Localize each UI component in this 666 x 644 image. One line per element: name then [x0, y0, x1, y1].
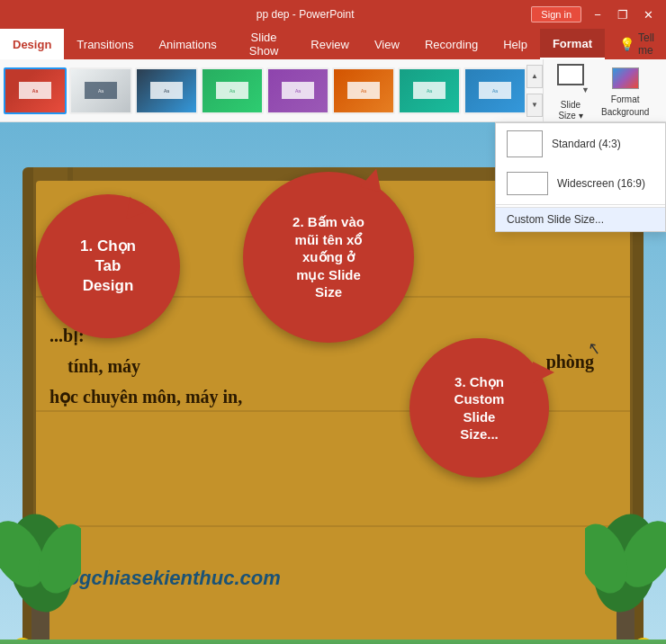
- tell-me-label: Tell me: [638, 31, 659, 57]
- standard-label: Standard (4:3): [552, 138, 621, 150]
- ribbon: Aa Aa Aa Aa Aa: [0, 59, 666, 122]
- theme-thumb-8[interactable]: Aa: [464, 67, 526, 114]
- theme-thumb-4[interactable]: Aa: [201, 67, 264, 114]
- slide-size-label1: Slide: [558, 100, 582, 111]
- ground-grass: [0, 640, 666, 644]
- lightbulb-icon: 💡: [619, 37, 634, 51]
- tab-animations[interactable]: Animations: [146, 29, 229, 59]
- tab-help[interactable]: Help: [490, 29, 540, 59]
- widescreen-label: Widescreen (16:9): [557, 177, 645, 190]
- sign-in-button[interactable]: Sign in: [531, 6, 581, 22]
- slide-size-dropdown: Standard (4:3) Widescreen (16:9) Custom …: [495, 122, 666, 232]
- tab-view[interactable]: View: [362, 29, 412, 59]
- standard-preview: [507, 130, 543, 157]
- tab-slideshow[interactable]: Slide Show: [230, 29, 299, 59]
- bubble-2-text: 2. Bấm vàomũi tên xổxuống ởmục SlideSize: [292, 213, 364, 301]
- scroll-up-arrow[interactable]: ▲: [526, 65, 543, 88]
- slide-size-label2: Size ▾: [558, 111, 582, 121]
- tab-recording[interactable]: Recording: [412, 29, 490, 59]
- theme-thumb-2[interactable]: Aa: [69, 67, 132, 114]
- custom-label: Custom Slide Size...: [507, 213, 604, 226]
- text-line2: tính, máy: [50, 356, 140, 376]
- dropdown-item-standard[interactable]: Standard (4:3): [496, 123, 665, 165]
- bubble-2-arrow: [360, 165, 386, 192]
- plant-left: [0, 491, 81, 644]
- window-title: pp dep - PowerPoint: [79, 8, 531, 21]
- tab-review[interactable]: Review: [298, 29, 362, 59]
- dropdown-item-custom[interactable]: Custom Slide Size...: [496, 207, 665, 231]
- annotation-bubble-3: 3. ChọnCustomSlideSize...: [410, 338, 549, 478]
- theme-thumb-7[interactable]: Aa: [398, 67, 461, 114]
- tab-format[interactable]: Format: [540, 29, 605, 59]
- slide-size-icon: ▼: [556, 60, 585, 89]
- tab-transitions[interactable]: Transitions: [64, 29, 146, 59]
- close-button[interactable]: ✕: [637, 5, 659, 23]
- menu-bar: Design Transitions Animations Slide Show…: [0, 29, 666, 59]
- format-background-icon: [611, 64, 640, 93]
- title-bar: pp dep - PowerPoint Sign in − ❐ ✕: [0, 0, 666, 29]
- restore-button[interactable]: ❐: [612, 5, 634, 23]
- dropdown-divider: [496, 204, 665, 205]
- theme-thumb-3[interactable]: Aa: [135, 67, 198, 114]
- tell-me-box[interactable]: 💡 Tell me: [612, 29, 666, 59]
- plant-right: [585, 491, 666, 644]
- theme-thumb-5[interactable]: Aa: [266, 67, 329, 114]
- dropdown-item-widescreen[interactable]: Widescreen (16:9): [496, 165, 665, 202]
- bubble-3-arrow: [533, 362, 554, 383]
- tab-design[interactable]: Design: [0, 29, 64, 59]
- scroll-down-arrow[interactable]: ▼: [526, 94, 543, 117]
- slide-text-content: ...bị: tính, máy học chuyên môn, máy in,: [50, 320, 242, 412]
- blog-url-text: blogchiasekienthuc.com: [50, 567, 281, 589]
- blog-url: blogchiasekienthuc.com: [50, 567, 281, 590]
- theme-thumb-6[interactable]: Aa: [332, 67, 395, 114]
- ribbon-right-section: ▼ Slide Size ▾ Format Background: [543, 59, 662, 121]
- minimize-button[interactable]: −: [587, 5, 608, 23]
- bubble-1-text: 1. ChọnTabDesign: [80, 237, 136, 296]
- format-background-label2: Background: [601, 107, 649, 118]
- annotation-bubble-1: 1. ChọnTabDesign: [36, 194, 180, 338]
- slide-size-button[interactable]: ▼ Slide Size ▾: [551, 57, 590, 125]
- widescreen-preview: [507, 172, 548, 195]
- text-line3: học chuyên môn, máy in,: [50, 387, 242, 407]
- theme-thumbnails: Aa Aa Aa Aa Aa: [4, 59, 526, 121]
- format-background-label1: Format: [611, 94, 640, 105]
- ribbon-scroll-arrows: ▲ ▼: [526, 65, 543, 117]
- theme-thumb-1[interactable]: Aa: [4, 67, 67, 114]
- annotation-bubble-2: 2. Bấm vàomũi tên xổxuống ởmục SlideSize: [243, 172, 414, 343]
- bubble-3-text: 3. ChọnCustomSlideSize...: [454, 373, 505, 443]
- format-background-button[interactable]: Format Background: [596, 60, 654, 121]
